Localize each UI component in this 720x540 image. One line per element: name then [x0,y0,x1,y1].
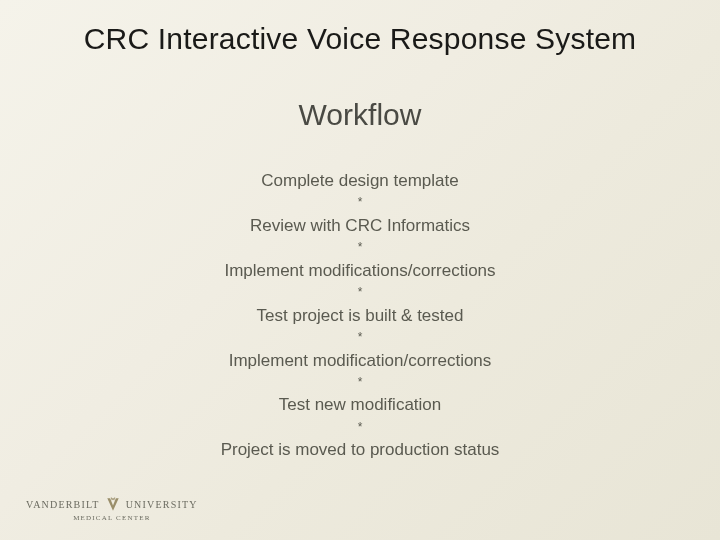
workflow-step: Implement modification/corrections [0,350,720,372]
vanderbilt-v-icon [106,497,120,513]
footer-logo: VANDERBILT UNIVERSITY MEDICAL CENTER [26,497,198,522]
workflow-steps: Complete design template * Review with C… [0,170,720,461]
slide-subtitle: Workflow [0,98,720,132]
workflow-step: Complete design template [0,170,720,192]
footer-brand-left: VANDERBILT [26,500,100,510]
step-separator-icon: * [0,329,720,346]
workflow-step: Implement modifications/corrections [0,260,720,282]
slide-title: CRC Interactive Voice Response System [0,22,720,56]
footer-brand-sub: MEDICAL CENTER [73,515,150,522]
step-separator-icon: * [0,194,720,211]
step-separator-icon: * [0,239,720,256]
step-separator-icon: * [0,374,720,391]
footer-brand-right: UNIVERSITY [126,500,198,510]
step-separator-icon: * [0,284,720,301]
workflow-step: Test new modification [0,394,720,416]
workflow-step: Test project is built & tested [0,305,720,327]
workflow-step: Project is moved to production status [0,439,720,461]
workflow-step: Review with CRC Informatics [0,215,720,237]
step-separator-icon: * [0,419,720,436]
